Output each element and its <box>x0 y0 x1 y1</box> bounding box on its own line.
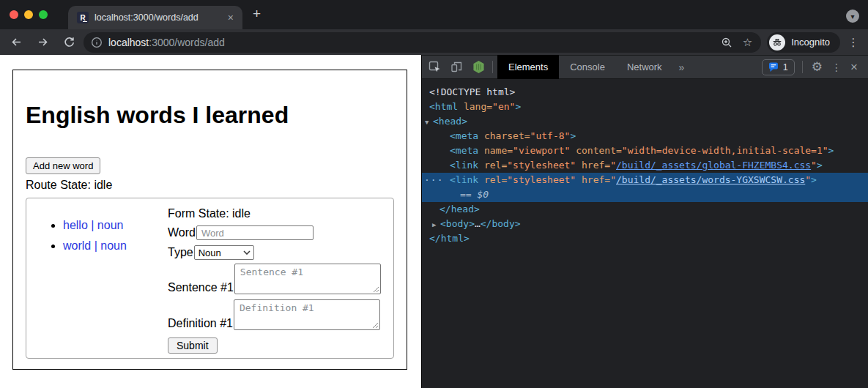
dom-tree-node[interactable]: ···<link rel="stylesheet" href="/build/_… <box>422 173 868 187</box>
zoom-page-button[interactable] <box>721 37 732 48</box>
word-input[interactable] <box>196 225 314 240</box>
dom-tree-node[interactable]: <meta charset="utf-8"> <box>422 129 868 143</box>
fullscreen-window-button[interactable] <box>39 10 48 19</box>
tab-title: localhost:3000/words/add <box>94 12 225 23</box>
code-token: == <box>460 189 477 200</box>
dom-tree-node[interactable]: <link rel="stylesheet" href="/build/_ass… <box>422 158 868 173</box>
remix-favicon-icon: R <box>77 12 89 23</box>
word-link-world[interactable]: world | noun <box>63 239 127 252</box>
incognito-icon <box>769 34 785 51</box>
devtools-menu-icon[interactable]: ⋮ <box>831 61 842 73</box>
code-token: </html> <box>429 233 470 244</box>
dom-tree-node[interactable]: </head> <box>422 202 868 217</box>
reload-icon <box>63 36 75 48</box>
zoom-magnifier-icon <box>721 37 732 48</box>
tree-expand-icon[interactable]: ▶ <box>432 217 440 232</box>
code-token: <link <box>450 160 478 171</box>
words-panel: hello | noun world | noun Form State: id… <box>26 198 394 359</box>
code-token: <meta <box>450 130 478 141</box>
dom-tree-node[interactable]: ▼<head> <box>422 114 868 129</box>
code-token: <!DOCTYPE html> <box>429 86 515 97</box>
submit-button[interactable]: Submit <box>168 337 218 354</box>
site-info-icon[interactable] <box>91 37 103 48</box>
code-token: content= <box>570 145 621 156</box>
code-token: " <box>610 160 616 171</box>
code-token: > <box>828 145 834 156</box>
reload-button[interactable] <box>57 31 81 54</box>
address-bar[interactable]: localhost:3000/words/add ☆ <box>84 32 761 53</box>
list-item: hello | noun <box>63 219 168 232</box>
definition-textarea[interactable] <box>234 299 380 330</box>
stylesheet-link[interactable]: /build/_assets/global-FHZEMBS4.css <box>616 160 811 171</box>
tab-elements[interactable]: Elements <box>497 55 559 79</box>
devtools-close-icon[interactable]: × <box>850 60 858 75</box>
code-token: " <box>610 174 616 185</box>
dom-tree-node[interactable]: <html lang="en"> <box>422 100 868 114</box>
code-token: "stylesheet" <box>507 160 576 171</box>
tab-network[interactable]: Network <box>616 55 673 79</box>
code-token: " <box>811 160 817 171</box>
dom-tree-node[interactable]: </html> <box>422 231 868 246</box>
close-window-button[interactable] <box>10 10 18 19</box>
dom-tree-node[interactable]: <!DOCTYPE html> <box>422 85 868 100</box>
browser-menu-button[interactable]: ⋮ <box>846 36 861 49</box>
bookmark-star-icon[interactable]: ☆ <box>743 36 752 49</box>
forward-arrow-icon <box>37 36 49 48</box>
code-token: <body> <box>440 218 475 229</box>
dom-tree: <!DOCTYPE html><html lang="en">▼<head><m… <box>422 79 868 388</box>
minimize-window-button[interactable] <box>24 10 33 19</box>
app-container: English words I learned Add new word Rou… <box>12 70 407 370</box>
tree-expand-icon[interactable]: ▼ <box>425 115 433 130</box>
more-tabs-icon[interactable]: » <box>673 61 691 73</box>
code-token: > <box>515 101 521 112</box>
word-label: Word <box>168 226 196 239</box>
code-token: > <box>570 130 576 141</box>
nodejs-devtools-button[interactable] <box>469 58 488 77</box>
tab-close-icon[interactable]: × <box>225 12 237 23</box>
code-token: $0 <box>477 189 489 200</box>
code-token: charset= <box>478 130 530 141</box>
code-token: <link <box>450 174 478 185</box>
tab-strip: R localhost:3000/words/add × + ▾ <box>0 0 868 29</box>
new-tab-button[interactable]: + <box>242 10 261 29</box>
sentence-label: Sentence #1 <box>168 281 234 294</box>
code-token: "utf-8" <box>530 130 571 141</box>
device-toolbar-button[interactable] <box>447 58 466 77</box>
code-token: href= <box>576 160 610 171</box>
devtools-panel: Elements Console Network » 1 ⚙ ⋮ × <!DOC… <box>421 55 868 388</box>
code-token: … <box>475 218 481 229</box>
code-token: href= <box>576 174 610 185</box>
node-hexagon-icon <box>472 60 485 74</box>
stylesheet-link[interactable]: /build/_assets/words-YGXSWCSW.css <box>616 174 805 185</box>
type-label: Type <box>168 246 193 259</box>
word-link-hello[interactable]: hello | noun <box>63 219 123 231</box>
code-token: > <box>817 160 823 171</box>
dom-tree-node[interactable]: ▶<body>…</body> <box>422 217 868 231</box>
browser-tab[interactable]: R localhost:3000/words/add × <box>68 6 242 29</box>
inspect-cursor-icon <box>429 61 441 73</box>
code-token: "viewport" <box>513 145 570 156</box>
issues-counter[interactable]: 1 <box>762 59 795 75</box>
node-more-actions-icon[interactable]: ··· <box>424 173 443 187</box>
issues-bubble-icon <box>768 62 779 72</box>
tab-search-chevron-icon[interactable]: ▾ <box>846 10 859 23</box>
incognito-label: Incognito <box>791 37 830 48</box>
page-title: English words I learned <box>26 102 394 128</box>
code-token: <head> <box>433 116 467 127</box>
settings-gear-icon[interactable]: ⚙ <box>812 59 823 75</box>
dom-tree-node[interactable]: <meta name="viewport" content="width=dev… <box>422 143 868 158</box>
sentence-textarea[interactable] <box>234 264 381 294</box>
code-token: " <box>805 174 811 185</box>
dom-tree-node[interactable]: == $0 <box>422 187 868 202</box>
tab-console[interactable]: Console <box>559 55 616 79</box>
add-new-word-button[interactable]: Add new word <box>26 157 100 174</box>
code-token: <meta <box>450 145 478 156</box>
incognito-badge: Incognito <box>767 32 840 53</box>
code-token: > <box>811 174 817 185</box>
web-page: English words I learned Add new word Rou… <box>0 55 421 388</box>
list-item: world | noun <box>63 239 168 253</box>
back-button[interactable] <box>4 31 28 54</box>
inspect-element-button[interactable] <box>425 58 444 77</box>
forward-button[interactable] <box>31 31 54 54</box>
type-select[interactable]: Noun <box>194 245 254 260</box>
